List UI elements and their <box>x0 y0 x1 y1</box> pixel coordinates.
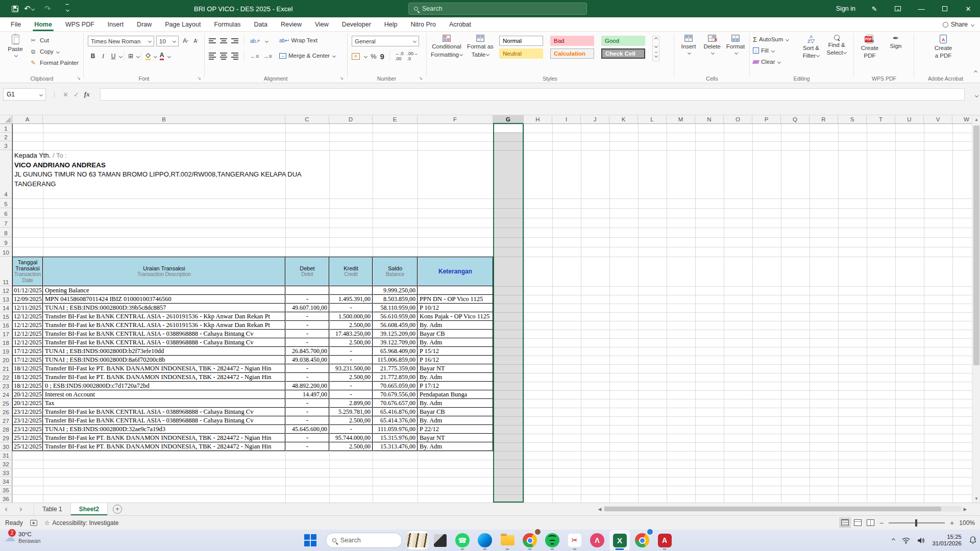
cell-D17[interactable]: 17.483.250,00 <box>330 330 373 338</box>
scroll-left-icon[interactable]: ◀ <box>596 507 603 512</box>
align-top-icon[interactable] <box>209 38 216 43</box>
cell-A30[interactable]: 25/12/2025 <box>13 442 43 451</box>
cell-C20[interactable]: 49.038.450,00 <box>286 356 329 364</box>
cell-B12[interactable]: Opening Balance <box>43 286 285 295</box>
table-header-C[interactable]: DebetDebit <box>286 257 329 286</box>
zoom-out-icon[interactable]: − <box>879 519 884 527</box>
cell-D14[interactable]: - <box>330 304 373 312</box>
cell-A26[interactable]: 23/12/2025 <box>13 408 43 416</box>
cell-E30[interactable]: 15.313.476,00 <box>373 442 418 451</box>
cell-D26[interactable]: 5.259.781,00 <box>330 408 373 416</box>
cell-style-good[interactable]: Good <box>601 36 645 46</box>
alignment-dialog-launcher[interactable]: ↘ <box>339 76 344 81</box>
cell-F28[interactable]: P 22/12 <box>418 425 493 434</box>
cell-E28[interactable]: 111.059.976,00 <box>373 425 418 434</box>
paste-button[interactable]: Paste <box>4 32 27 72</box>
cell-B21[interactable]: Transfer BI-Fast ke PT. BANK DANAMON IND… <box>43 364 285 373</box>
cell-E14[interactable]: 58.110.959,00 <box>373 304 418 312</box>
row-header-26[interactable]: 26 <box>0 408 12 416</box>
cell-C17[interactable]: - <box>286 330 329 338</box>
cell-B22[interactable]: Transfer BI-Fast ke PT. BANK DANAMON IND… <box>43 373 285 382</box>
column-header-w[interactable]: W <box>952 115 972 124</box>
sheet-tab-sheet2[interactable]: Sheet2 <box>71 503 108 515</box>
bell-dnd-icon[interactable]: z <box>969 536 977 544</box>
cell-D18[interactable]: 2.500,00 <box>330 338 373 347</box>
row-header-35[interactable]: 35 <box>0 486 12 494</box>
cell-C24[interactable]: 14.497,00 <box>286 390 329 399</box>
cell-A22[interactable]: 18/12/2025 <box>13 373 43 382</box>
column-header-b[interactable]: B <box>43 115 285 124</box>
cell-C15[interactable]: - <box>286 312 329 321</box>
cell-F18[interactable]: By. Adm <box>418 338 493 347</box>
column-header-s[interactable]: S <box>838 115 867 124</box>
cell-E26[interactable]: 65.416.876,00 <box>373 408 418 416</box>
column-header-r[interactable]: R <box>810 115 838 124</box>
column-header-h[interactable]: H <box>524 115 552 124</box>
cell-C30[interactable]: - <box>286 442 329 451</box>
cell-D24[interactable]: - <box>330 390 373 399</box>
whatsapp-icon[interactable]: ☎ <box>452 530 473 550</box>
cell-C28[interactable]: 45.645.600,00 <box>286 425 329 434</box>
row-header-4[interactable]: 4 <box>0 150 12 198</box>
cell-C14[interactable]: 49.607.100,00 <box>286 304 329 312</box>
cell-F13[interactable]: PPN DN - OP Vico 1125 <box>418 295 493 304</box>
row-header-14[interactable]: 14 <box>0 304 12 312</box>
column-header-j[interactable]: J <box>581 115 609 124</box>
cell-B30[interactable]: Transfer BI-Fast ke PT. BANK DANAMON IND… <box>43 442 285 451</box>
decrease-font-icon[interactable]: Aˇ <box>191 36 201 46</box>
cancel-entry-icon[interactable]: ✕ <box>63 91 68 98</box>
cell-C19[interactable]: 26.845.700,00 <box>286 347 329 356</box>
cell-A17[interactable]: 12/12/2025 <box>13 330 43 338</box>
ribbon-tab-acrobat[interactable]: Acrobat <box>443 17 478 31</box>
page-layout-view-icon[interactable] <box>854 519 862 526</box>
column-header-e[interactable]: E <box>373 115 418 124</box>
autosum-button[interactable]: ΣAutoSum <box>753 34 789 45</box>
table-header-F[interactable]: Keterangan <box>418 257 493 286</box>
row-header-2[interactable]: 2 <box>0 133 12 141</box>
cell-D28[interactable]: - <box>330 425 373 434</box>
row-header-29[interactable]: 29 <box>0 434 12 442</box>
red-a-app-icon[interactable]: Λ <box>587 530 607 550</box>
column-header-q[interactable]: Q <box>781 115 810 124</box>
clear-button[interactable]: Clear <box>753 56 789 67</box>
format-as-table-button[interactable]: Format asTable <box>465 32 495 72</box>
cell-A18[interactable]: 12/12/2025 <box>13 338 43 347</box>
cell-A25[interactable]: 20/12/2025 <box>13 399 43 408</box>
select-all-corner[interactable] <box>0 115 12 124</box>
comma-style-icon[interactable]: 9 <box>380 52 384 61</box>
column-header-t[interactable]: T <box>867 115 895 124</box>
column-header-k[interactable]: K <box>609 115 638 124</box>
accessibility-status[interactable]: ☆ Accessibility: Investigate <box>44 519 119 527</box>
borders-icon[interactable]: ⊞ <box>126 51 136 61</box>
row-header-13[interactable]: 13 <box>0 295 12 304</box>
format-painter-button[interactable]: ✎Format Painter <box>29 57 79 68</box>
column-header-p[interactable]: P <box>752 115 781 124</box>
cell-E17[interactable]: 39.125.209,00 <box>373 330 418 338</box>
delete-cells-button[interactable]: ✕ Delete <box>701 32 723 72</box>
horizontal-scrollbar[interactable]: ◀ ▶ <box>596 505 969 513</box>
row-header-25[interactable]: 25 <box>0 399 12 408</box>
customize-quick-access-icon[interactable] <box>60 0 74 17</box>
row-header-18[interactable]: 18 <box>0 338 12 347</box>
cell-F20[interactable]: P 16/12 <box>418 356 493 364</box>
insert-function-icon[interactable]: fx <box>84 90 90 98</box>
cell-B15[interactable]: Transfer BI-Fast ke BANK CENTRAL ASIA - … <box>43 312 285 321</box>
cell-E12[interactable]: 9.999.250,00 <box>373 286 418 295</box>
cell-D25[interactable]: 2.899,00 <box>330 399 373 408</box>
cell-A13[interactable]: 12/09/2025 <box>13 295 43 304</box>
column-header-a[interactable]: A <box>12 115 43 124</box>
cell-F30[interactable]: By. Adm <box>418 442 493 451</box>
active-cell-g1[interactable] <box>494 124 523 132</box>
cell-F29[interactable]: Bayar NT <box>418 434 493 442</box>
cell-style-bad[interactable]: Bad <box>550 36 594 46</box>
ribbon-tab-file[interactable]: File <box>4 17 28 31</box>
cell-E29[interactable]: 15.315.976,00 <box>373 434 418 442</box>
chrome-profile-1-icon[interactable] <box>520 530 540 550</box>
horizontal-scroll-thumb[interactable] <box>604 507 941 511</box>
font-size-combo[interactable]: 10 <box>156 36 179 46</box>
wps-create-pdf-button[interactable]: PDF⊕ CreatePDF <box>857 32 883 72</box>
macro-record-icon[interactable]: ◉ <box>30 520 37 526</box>
scroll-up-icon[interactable]: ▲ <box>972 115 980 123</box>
cell-A21[interactable]: 18/12/2025 <box>13 364 43 373</box>
row-header-3[interactable]: 3 <box>0 141 12 150</box>
